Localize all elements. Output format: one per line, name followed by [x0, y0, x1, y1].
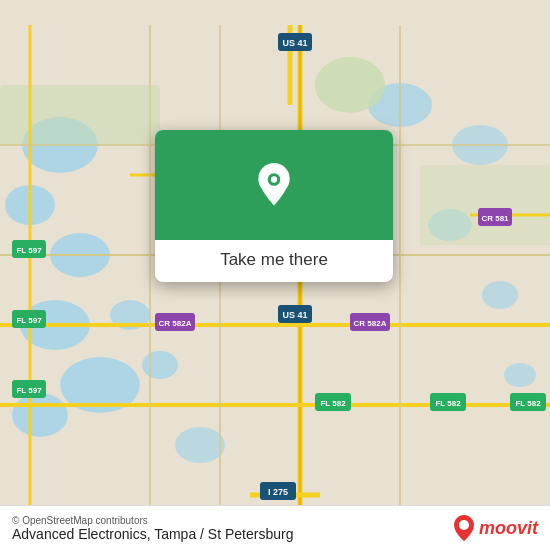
popup-card: Take me there	[155, 130, 393, 282]
svg-text:CR 582A: CR 582A	[354, 319, 387, 328]
svg-point-60	[271, 176, 277, 182]
location-pin-icon	[252, 163, 296, 207]
svg-text:FL 582: FL 582	[515, 399, 541, 408]
map-container: US 41 US 41 FL 597 FL 597 FL 597 CR 678 …	[0, 0, 550, 550]
bottom-left: © OpenStreetMap contributors Advanced El…	[12, 515, 293, 542]
svg-point-12	[504, 363, 536, 387]
svg-rect-16	[420, 165, 550, 245]
osm-attribution: © OpenStreetMap contributors	[12, 515, 293, 526]
svg-text:FL 597: FL 597	[16, 316, 42, 325]
popup-text-area: Take me there	[155, 240, 393, 282]
location-name: Advanced Electronics, Tampa / St Petersb…	[12, 526, 293, 542]
svg-text:CR 582A: CR 582A	[159, 319, 192, 328]
svg-text:FL 582: FL 582	[435, 399, 461, 408]
svg-text:US 41: US 41	[282, 310, 307, 320]
take-me-there-button[interactable]: Take me there	[155, 250, 393, 270]
svg-point-14	[315, 57, 385, 113]
svg-point-61	[459, 520, 469, 530]
svg-text:FL 597: FL 597	[16, 246, 42, 255]
moovit-pin-icon	[453, 514, 475, 542]
moovit-logo: moovit	[453, 514, 538, 542]
svg-text:FL 597: FL 597	[16, 386, 42, 395]
svg-point-7	[142, 351, 178, 379]
svg-text:FL 582: FL 582	[320, 399, 346, 408]
svg-point-5	[12, 393, 68, 437]
moovit-brand-text: moovit	[479, 518, 538, 539]
svg-text:US 41: US 41	[282, 38, 307, 48]
svg-point-13	[175, 427, 225, 463]
svg-point-11	[482, 281, 518, 309]
svg-text:CR 581: CR 581	[481, 214, 509, 223]
bottom-bar: © OpenStreetMap contributors Advanced El…	[0, 505, 550, 550]
popup-green-area	[155, 130, 393, 240]
svg-text:I 275: I 275	[268, 487, 288, 497]
svg-rect-15	[0, 85, 160, 145]
